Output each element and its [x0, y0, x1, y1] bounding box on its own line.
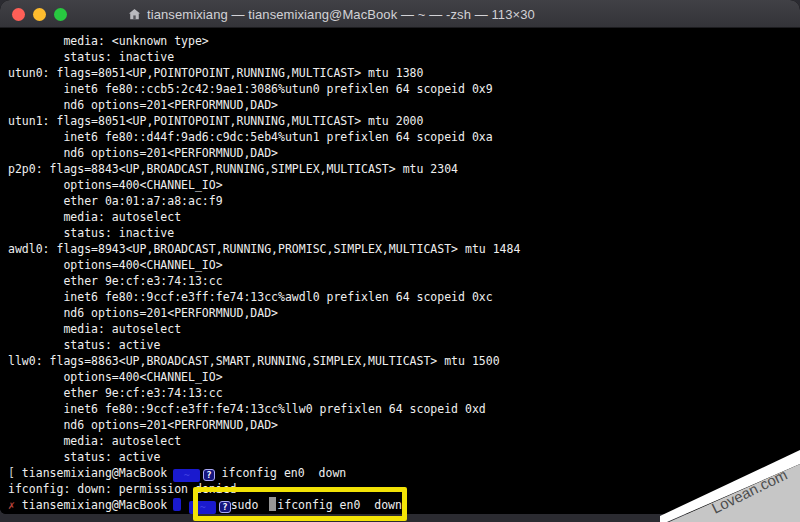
prompt-user-host: tiansemixiang@MacBook: [22, 498, 167, 512]
missing-glyph-icon: ?: [203, 469, 214, 481]
terminal-line: nd6 options=201<PERFORMNUD,DAD>: [8, 417, 800, 433]
terminal-line: media: autoselect: [8, 321, 800, 337]
close-button[interactable]: [12, 8, 25, 21]
prompt-segment-fragment: [173, 498, 181, 511]
traffic-lights: [12, 8, 67, 21]
prompt-dir-segment: ~: [189, 501, 216, 514]
titlebar[interactable]: tiansemixiang — tiansemixiang@MacBook — …: [0, 0, 800, 28]
missing-glyph-icon: ?: [219, 501, 230, 513]
terminal-line: inet6 fe80::d44f:9ad6:c9dc:5eb4%utun1 pr…: [8, 129, 800, 145]
terminal-line: utun0: flags=8051<UP,POINTOPOINT,RUNNING…: [8, 65, 800, 81]
terminal-line: ether 9e:cf:e3:74:13:cc: [8, 273, 800, 289]
prompt-user-host: tiansemixiang@MacBook: [22, 466, 167, 480]
ifconfig-output: media: <unknown type> status: inactiveut…: [8, 33, 800, 465]
watermark-page-curl: Lovean.com: [655, 442, 800, 522]
minimize-button[interactable]: [33, 8, 46, 21]
terminal-line: options=400<CHANNEL_IO>: [8, 369, 800, 385]
terminal-line: p2p0: flags=8843<UP,BROADCAST,RUNNING,SI…: [8, 161, 800, 177]
terminal-line: ether 9e:cf:e3:74:13:cc: [8, 385, 800, 401]
prompt-marker: [: [8, 466, 22, 480]
typed-command-sudo: sudo: [231, 498, 266, 512]
terminal-line: nd6 options=201<PERFORMNUD,DAD>: [8, 305, 800, 321]
terminal-line: status: inactive: [8, 49, 800, 65]
terminal-line: status: inactive: [8, 225, 800, 241]
terminal-line: ether 0a:01:a7:a8:ac:f9: [8, 193, 800, 209]
terminal-line: nd6 options=201<PERFORMNUD,DAD>: [8, 97, 800, 113]
window-title: tiansemixiang — tiansemixiang@MacBook — …: [147, 7, 535, 22]
typed-command: ifconfig en0 down: [277, 498, 402, 512]
terminal-line: nd6 options=201<PERFORMNUD,DAD>: [8, 145, 800, 161]
terminal-line: options=400<CHANNEL_IO>: [8, 177, 800, 193]
terminal-line: llw0: flags=8863<UP,BROADCAST,SMART,RUNN…: [8, 353, 800, 369]
terminal-line: inet6 fe80::9ccf:e3ff:fe74:13cc%awdl0 pr…: [8, 289, 800, 305]
home-folder-icon: [128, 8, 141, 21]
terminal-line: options=400<CHANNEL_IO>: [8, 257, 800, 273]
terminal-line: utun1: flags=8051<UP,POINTOPOINT,RUNNING…: [8, 113, 800, 129]
terminal-window: tiansemixiang — tiansemixiang@MacBook — …: [0, 0, 800, 514]
exit-status-cross-icon: ✗: [8, 498, 22, 512]
zoom-button[interactable]: [54, 8, 67, 21]
terminal-line: inet6 fe80::ccb5:2c42:9ae1:3086%utun0 pr…: [8, 81, 800, 97]
terminal-line: awdl0: flags=8943<UP,BROADCAST,RUNNING,P…: [8, 241, 800, 257]
terminal-line: media: autoselect: [8, 209, 800, 225]
text-cursor[interactable]: [269, 497, 276, 511]
typed-command: ifconfig en0 down: [215, 466, 347, 480]
terminal-line: media: <unknown type>: [8, 33, 800, 49]
terminal-line: inet6 fe80::9ccf:e3ff:fe74:13cc%llw0 pre…: [8, 401, 800, 417]
terminal-line: status: active: [8, 337, 800, 353]
